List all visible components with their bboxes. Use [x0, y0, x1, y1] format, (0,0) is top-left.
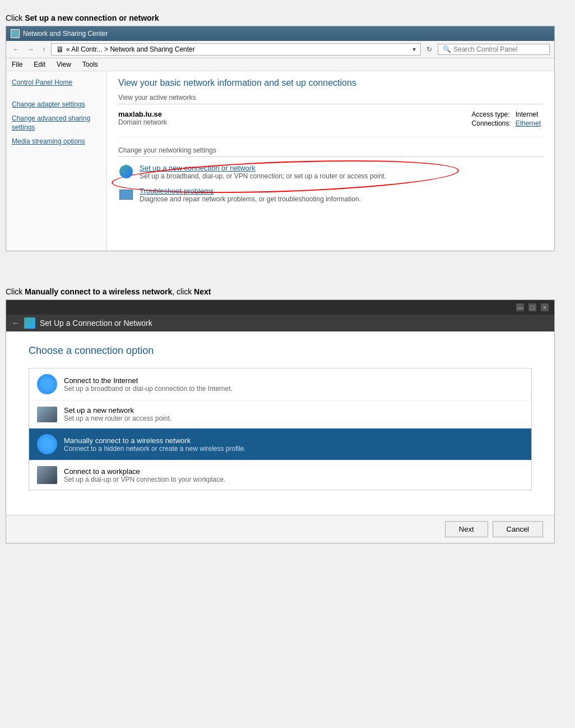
- option-desc-internet: Set up a broadband or dial-up connection…: [64, 385, 523, 393]
- menu-tools[interactable]: Tools: [81, 60, 99, 69]
- connections-label: Connections:: [470, 119, 513, 128]
- option-title-workplace: Connect to a workplace: [64, 467, 523, 476]
- menu-file[interactable]: File: [11, 60, 24, 69]
- option-title-wireless: Manually connect to a wireless network: [64, 436, 523, 445]
- instruction-1: Click Set up a new connection or network: [6, 13, 569, 22]
- dialog-window-title: Set Up a Connection or Network: [40, 319, 152, 328]
- network-info: maxlab.lu.se Domain network Access type:…: [118, 110, 543, 137]
- network-left: maxlab.lu.se Domain network: [118, 110, 167, 128]
- dialog-subtitle: Choose a connection option: [29, 345, 532, 357]
- connections-value: Ethernet: [513, 119, 543, 128]
- titlebar-controls-2: — □ ×: [516, 303, 549, 311]
- change-settings-label: Change your networking settings: [118, 146, 543, 157]
- menu-bar-1: File Edit View Tools: [6, 58, 554, 71]
- setup-connection-link[interactable]: Set up a new connection or network: [140, 164, 256, 172]
- main-title-1: View your basic network information and …: [118, 78, 543, 88]
- sidebar-change-adapter[interactable]: Change adapter settings: [12, 100, 101, 109]
- option-text-newnet: Set up a new network Set up a new router…: [64, 406, 523, 422]
- network-right: Access type: Internet Connections: Ether…: [470, 110, 543, 128]
- dialog-icon-title: Set Up a Connection or Network: [24, 317, 152, 329]
- menu-view[interactable]: View: [55, 60, 72, 69]
- search-input-1[interactable]: [453, 45, 545, 53]
- workplace-icon: [37, 466, 57, 484]
- next-button[interactable]: Next: [445, 521, 488, 537]
- setup-connection-window: — □ × ← Set Up a Connection or Network C…: [6, 300, 555, 543]
- window-title-1: Network and Sharing Center: [23, 30, 108, 38]
- instruction-2: Click Manually connect to a wireless net…: [6, 287, 569, 296]
- option-new-network[interactable]: Set up a new network Set up a new router…: [29, 400, 531, 428]
- network-details-table: Access type: Internet Connections: Ether…: [470, 110, 543, 128]
- settings-section: Change your networking settings Set up a…: [118, 146, 543, 203]
- option-text-workplace: Connect to a workplace Set up a dial-up …: [64, 467, 523, 483]
- troubleshoot-text: Troubleshoot problems Diagnose and repai…: [140, 187, 361, 203]
- cancel-button[interactable]: Cancel: [493, 521, 543, 537]
- window-body-1: Control Panel Home Change adapter settin…: [6, 71, 554, 251]
- window-icon-1: [11, 29, 20, 38]
- ethernet-link[interactable]: Ethernet: [516, 119, 541, 127]
- access-type-label: Access type:: [470, 110, 513, 119]
- option-desc-newnet: Set up a new router or access point.: [64, 414, 523, 422]
- new-network-icon: [37, 407, 57, 422]
- troubleshoot-icon: [118, 187, 134, 202]
- option-manual-wireless[interactable]: Manually connect to a wireless network C…: [29, 428, 531, 460]
- search-icon: 🔍: [443, 45, 451, 53]
- titlebar-2: — □ ×: [6, 300, 554, 315]
- menu-edit[interactable]: Edit: [33, 60, 47, 69]
- connect-internet-icon: [37, 374, 57, 394]
- sidebar-1: Control Panel Home Change adapter settin…: [6, 71, 107, 251]
- main-content-1: View your basic network information and …: [107, 71, 554, 251]
- active-networks-label: View your active networks: [118, 94, 543, 104]
- troubleshoot-link[interactable]: Troubleshoot problems: [140, 187, 214, 195]
- dropdown-icon[interactable]: ▾: [412, 45, 416, 53]
- network-name: maxlab.lu.se: [118, 110, 167, 118]
- maximize-button[interactable]: □: [528, 303, 536, 311]
- network-icon: [119, 165, 133, 178]
- instruction-1-bold: Set up a new connection or network: [25, 13, 159, 22]
- instruction-2-bold1: Manually connect to a wireless network: [25, 287, 172, 296]
- troubleshoot-desc: Diagnose and repair network problems, or…: [140, 195, 361, 203]
- close-button[interactable]: ×: [541, 303, 549, 311]
- breadcrumb-icon: 🖥: [56, 45, 64, 54]
- spacer-1: [6, 268, 569, 279]
- minimize-button[interactable]: —: [516, 303, 524, 311]
- option-text-internet: Connect to the Internet Set up a broadba…: [64, 376, 523, 393]
- option-title-internet: Connect to the Internet: [64, 376, 523, 385]
- dialog-icon: [24, 317, 35, 329]
- option-text-wireless: Manually connect to a wireless network C…: [64, 436, 523, 453]
- refresh-button[interactable]: ↻: [424, 44, 434, 54]
- option-desc-wireless: Connect to a hidden network or create a …: [64, 445, 523, 453]
- options-list: Connect to the Internet Set up a broadba…: [29, 368, 532, 490]
- address-bar-1: ← → ↑ 🖥 « All Contr... > Network and Sha…: [6, 41, 554, 58]
- manual-wireless-icon: [37, 434, 57, 454]
- network-sharing-center-window: Network and Sharing Center ← → ↑ 🖥 « All…: [6, 26, 555, 251]
- sidebar-media-streaming[interactable]: Media streaming options: [12, 137, 101, 146]
- up-button[interactable]: ↑: [40, 44, 48, 54]
- setup-connection-text: Set up a new connection or network Set u…: [140, 164, 386, 180]
- troubleshoot-item: Troubleshoot problems Diagnose and repai…: [118, 187, 543, 203]
- setup-connection-item: Set up a new connection or network Set u…: [118, 164, 543, 180]
- dialog-nav-bar: ← Set Up a Connection or Network: [6, 315, 554, 331]
- setup-connection-icon: [118, 164, 134, 179]
- address-path[interactable]: 🖥 « All Contr... > Network and Sharing C…: [51, 43, 421, 56]
- address-path-text: « All Contr... > Network and Sharing Cen…: [66, 45, 195, 53]
- titlebar-1: Network and Sharing Center: [6, 26, 554, 41]
- option-title-newnet: Set up a new network: [64, 406, 523, 414]
- dialog-body: Choose a connection option Connect to th…: [6, 331, 554, 515]
- option-desc-workplace: Set up a dial-up or VPN connection to yo…: [64, 476, 523, 483]
- option-connect-internet[interactable]: Connect to the Internet Set up a broadba…: [29, 368, 531, 400]
- network-type: Domain network: [118, 118, 167, 126]
- sidebar-change-advanced[interactable]: Change advanced sharing settings: [12, 114, 101, 133]
- access-type-value: Internet: [513, 110, 543, 119]
- setup-connection-desc: Set up a broadband, dial-up, or VPN conn…: [140, 172, 386, 180]
- dialog-back-button[interactable]: ←: [12, 319, 20, 328]
- instruction-2-bold2: Next: [194, 287, 211, 296]
- sidebar-control-panel-home[interactable]: Control Panel Home: [12, 78, 101, 87]
- dialog-footer: Next Cancel: [6, 515, 554, 543]
- search-box-1[interactable]: 🔍: [438, 44, 550, 55]
- troubleshoot-icon-shape: [119, 190, 133, 200]
- option-workplace[interactable]: Connect to a workplace Set up a dial-up …: [29, 460, 531, 490]
- back-button[interactable]: ←: [11, 44, 22, 54]
- forward-button[interactable]: →: [25, 44, 36, 54]
